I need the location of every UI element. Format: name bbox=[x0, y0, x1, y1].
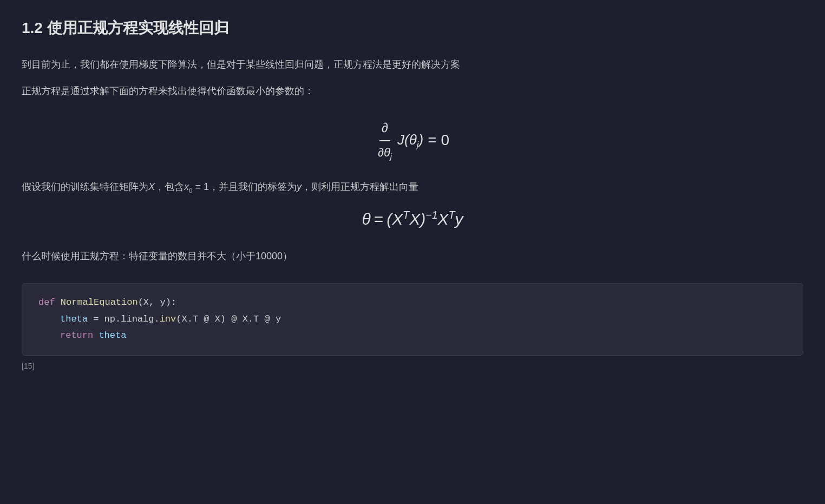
cost-function: J(θj) bbox=[397, 129, 423, 152]
inv-func: inv bbox=[160, 314, 176, 324]
eq-sign: = bbox=[374, 206, 384, 232]
return-keyword: return bbox=[60, 330, 99, 341]
code-cell: def NormalEquation(X, y): theta = np.lin… bbox=[22, 283, 803, 356]
page-title: 1.2 使用正规方程实现线性回归 bbox=[22, 16, 803, 41]
func-params: (X, y): bbox=[138, 297, 176, 307]
cell-label: [15] bbox=[22, 360, 803, 372]
function-name: NormalEquation bbox=[61, 297, 138, 307]
partial-numerator: ∂ bbox=[379, 117, 390, 141]
intro-paragraph: 到目前为止，我们都在使用梯度下降算法，但是对于某些线性回归问题，正规方程法是更好… bbox=[22, 57, 803, 73]
usage-paragraph: 什么时候使用正规方程：特征变量的数目并不大（小于10000） bbox=[22, 248, 803, 264]
matrix-formula: (XTX)−1XTy bbox=[387, 206, 463, 232]
code-line-1: def NormalEquation(X, y): bbox=[38, 294, 787, 311]
formula-code: (X.T @ X) @ X.T @ y bbox=[176, 314, 281, 324]
description-paragraph: 正规方程是通过求解下面的方程来找出使得代价函数最小的参数的： bbox=[22, 83, 803, 99]
partial-fraction: ∂ ∂θj bbox=[376, 117, 394, 163]
assumption-paragraph: 假设我们的训练集特征矩阵为X，包含x0 = 1，并且我们的标签为y，则利用正规方… bbox=[22, 179, 803, 195]
def-keyword: def bbox=[38, 297, 61, 307]
partial-denominator: ∂θj bbox=[376, 141, 394, 163]
code-line-3: return theta bbox=[38, 328, 787, 344]
math-equation-1: ∂ ∂θj J(θj) = 0 bbox=[22, 117, 803, 163]
code-line-2: theta = np.linalg.inv(X.T @ X) @ X.T @ y bbox=[38, 311, 787, 328]
assign-op: = np.linalg. bbox=[88, 314, 160, 324]
equals-zero: = 0 bbox=[428, 128, 449, 153]
theta-var: θ bbox=[362, 206, 371, 232]
theta-var-code: theta bbox=[60, 314, 88, 324]
return-theta: theta bbox=[99, 330, 126, 341]
math-equation-2: θ = (XTX)−1XTy bbox=[22, 206, 803, 232]
